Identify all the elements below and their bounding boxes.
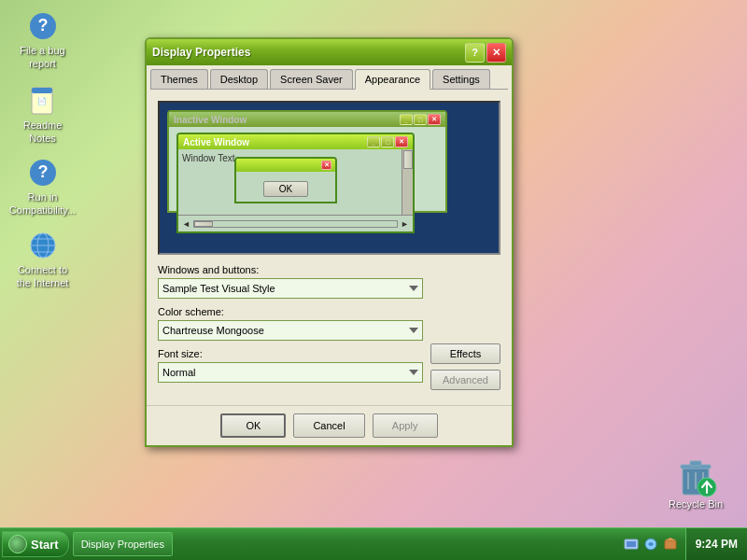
preview-active-title: Active Window xyxy=(183,137,249,147)
msg-close-btn: ✕ xyxy=(321,161,331,170)
preview-active-controls: _ □ ✕ xyxy=(367,136,408,147)
desktop: ? File a bug report 📄 Readme Notes ? Run… xyxy=(0,0,747,560)
svg-marker-23 xyxy=(665,538,676,540)
color-scheme-select[interactable]: Chartreuse Mongoose xyxy=(158,320,423,341)
preview-active-titlebar: Active Window _ □ ✕ xyxy=(178,134,413,149)
advanced-button[interactable]: Advanced xyxy=(430,370,500,390)
preview-active-window: Active Window _ □ ✕ Window Text xyxy=(176,133,415,233)
svg-rect-3 xyxy=(32,88,52,93)
recycle-bin-icon[interactable]: Recycle Bin xyxy=(663,450,728,513)
color-scheme-select-wrapper: Chartreuse Mongoose xyxy=(158,320,423,341)
windows-buttons-label: Windows and buttons: xyxy=(158,264,423,275)
connect-internet-label: Connect to the Internet xyxy=(11,263,74,290)
window-controls: ? ✕ xyxy=(465,43,506,63)
recycle-bin-label: Recycle Bin xyxy=(669,498,723,510)
svg-rect-14 xyxy=(690,461,701,466)
svg-rect-22 xyxy=(665,540,676,549)
dialog-footer: OK Cancel Apply xyxy=(147,405,512,445)
color-scheme-row: Color scheme: Chartreuse Mongoose xyxy=(158,306,423,341)
mini-max: □ xyxy=(414,114,427,125)
preview-inactive-titlebar: Inactive Window _ □ ✕ xyxy=(169,112,445,127)
taskbar-item-label: Display Properties xyxy=(81,539,164,550)
file-bug-icon: ? xyxy=(28,11,58,41)
system-tray xyxy=(616,537,685,552)
tray-icon-1 xyxy=(624,537,639,552)
form-right: Effects Advanced xyxy=(430,264,500,390)
display-properties-dialog: Display Properties ? ✕ Themes Desktop Sc… xyxy=(145,37,514,447)
recycle-bin-svg xyxy=(673,454,718,498)
ok-button[interactable]: OK xyxy=(220,413,286,438)
tab-appearance[interactable]: Appearance xyxy=(355,69,430,90)
active-mini-close: ✕ xyxy=(395,136,408,147)
clock-time: 9:24 PM xyxy=(696,538,738,551)
preview-scrollbar xyxy=(402,149,413,215)
font-size-row: Font size: Normal xyxy=(158,348,423,383)
form-left: Windows and buttons: Sample Test Visual … xyxy=(158,264,423,390)
cancel-button[interactable]: Cancel xyxy=(293,413,364,438)
taskbar-middle: Display Properties xyxy=(69,532,616,556)
desktop-icon-run-compat[interactable]: ? Run in Compatibility... xyxy=(7,154,78,221)
preview-inactive-title: Inactive Window xyxy=(174,115,247,125)
readme-icon: 📄 xyxy=(28,86,58,116)
desktop-icon-connect-internet[interactable]: Connect to the Internet xyxy=(7,227,78,294)
preview-inactive-controls: _ □ ✕ xyxy=(400,114,441,125)
svg-rect-20 xyxy=(627,541,636,547)
dialog-titlebar: Display Properties ? ✕ xyxy=(147,39,512,65)
form-area: Windows and buttons: Sample Test Visual … xyxy=(158,264,500,390)
preview-msgbox: ✕ OK xyxy=(234,157,337,203)
preview-msg-titlebar: ✕ xyxy=(236,159,335,172)
run-compat-label: Run in Compatibility... xyxy=(9,190,76,217)
preview-inactive-body: Active Window _ □ ✕ Window Text xyxy=(169,127,445,211)
run-compat-icon: ? xyxy=(28,158,58,188)
preview-ok-button: OK xyxy=(263,181,308,197)
preview-area: Inactive Window _ □ ✕ Active Window xyxy=(158,101,500,255)
scroll-left-arrow: ◄ xyxy=(182,219,190,229)
tray-icon-2 xyxy=(643,537,658,552)
dialog-body: Inactive Window _ □ ✕ Active Window xyxy=(147,90,512,405)
windows-buttons-select[interactable]: Sample Test Visual Style xyxy=(158,278,423,299)
windows-buttons-select-wrapper: Sample Test Visual Style xyxy=(158,278,423,299)
desktop-icon-readme[interactable]: 📄 Readme Notes xyxy=(7,82,78,149)
preview-msg-body: OK xyxy=(236,172,335,202)
apply-button[interactable]: Apply xyxy=(373,413,438,438)
mini-close: ✕ xyxy=(428,114,441,125)
font-size-label: Font size: xyxy=(158,348,423,359)
active-mini-min: _ xyxy=(367,136,380,147)
scroll-right-arrow: ► xyxy=(401,219,409,229)
effects-button[interactable]: Effects xyxy=(430,343,500,364)
tab-themes[interactable]: Themes xyxy=(150,69,208,89)
taskbar-display-props[interactable]: Display Properties xyxy=(73,532,173,556)
start-orb xyxy=(8,535,27,553)
color-scheme-label: Color scheme: xyxy=(158,306,423,317)
tab-desktop[interactable]: Desktop xyxy=(210,69,268,89)
windows-buttons-row: Windows and buttons: Sample Test Visual … xyxy=(158,264,423,299)
preview-h-scrollbar: ◄ ► xyxy=(178,215,413,231)
readme-label: Readme Notes xyxy=(11,119,74,146)
svg-text:?: ? xyxy=(37,16,48,35)
file-bug-label: File a bug report xyxy=(11,44,74,71)
preview-inactive-window: Inactive Window _ □ ✕ Active Window xyxy=(167,110,447,213)
start-label: Start xyxy=(31,538,59,552)
dialog-title: Display Properties xyxy=(152,46,250,59)
help-button[interactable]: ? xyxy=(465,43,485,63)
active-mini-max: □ xyxy=(381,136,394,147)
taskbar: Start Display Properties 9:24 PM xyxy=(0,527,747,560)
svg-text:📄: 📄 xyxy=(37,96,47,105)
start-button[interactable]: Start xyxy=(2,531,69,557)
preview-scrollbar-thumb xyxy=(403,150,413,169)
desktop-icon-file-bug[interactable]: ? File a bug report xyxy=(7,7,78,75)
connect-internet-icon xyxy=(28,231,58,260)
font-size-select[interactable]: Normal xyxy=(158,362,423,383)
preview-active-body: Window Text ✕ xyxy=(178,149,413,215)
tray-icon-3 xyxy=(663,537,678,552)
mini-min: _ xyxy=(400,114,413,125)
tab-screensaver[interactable]: Screen Saver xyxy=(270,69,353,89)
clock[interactable]: 9:24 PM xyxy=(685,528,747,560)
tab-settings[interactable]: Settings xyxy=(432,69,490,89)
svg-text:?: ? xyxy=(37,162,48,181)
font-size-select-wrapper: Normal xyxy=(158,362,423,383)
tabs-bar: Themes Desktop Screen Saver Appearance S… xyxy=(147,65,512,89)
preview-msg-controls: ✕ xyxy=(321,161,331,170)
close-button[interactable]: ✕ xyxy=(486,43,506,63)
preview-msg-title-text xyxy=(240,161,242,170)
